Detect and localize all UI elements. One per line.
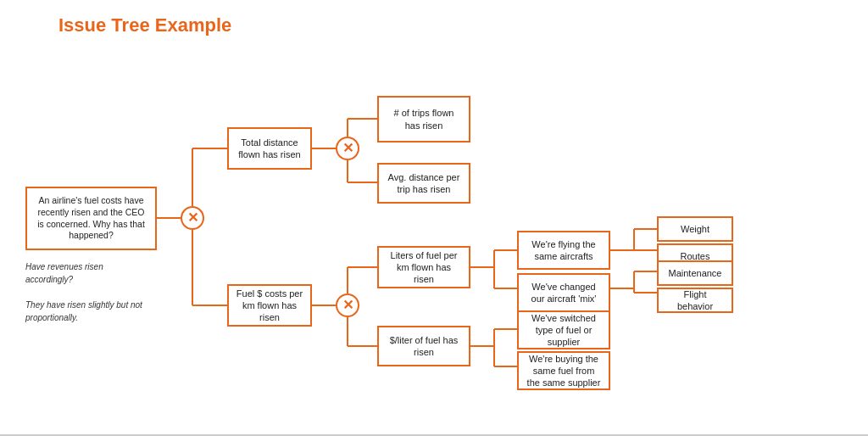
node-l1a: Total distance flown has risen (227, 127, 312, 170)
root-node: An airline's fuel costs have recently ri… (25, 187, 157, 250)
x-icon-root: ✕ (187, 211, 198, 225)
note: Have revenues risen accordingly? They ha… (25, 260, 153, 324)
node-l2c: Liters of fuel per km flown has risen (377, 246, 470, 288)
x-icon-l1b: ✕ (342, 299, 353, 312)
circle-l1b: ✕ (336, 293, 359, 317)
circle-root: ✕ (181, 206, 204, 230)
node-l1b: Fuel $ costs per km flown has risen (227, 284, 312, 327)
page: Issue Tree Example (0, 0, 868, 436)
node-l2d: $/liter of fuel has risen (377, 326, 470, 366)
node-l3a: We're flying the same aircrafts (517, 231, 610, 270)
node-l3c: We've switched type of fuel or supplier (517, 310, 610, 349)
x-icon-l1a: ✕ (342, 142, 353, 155)
node-l3d: We're buying the same fuel from the same… (517, 351, 610, 390)
node-l2b: Avg. distance per trip has risen (377, 163, 470, 204)
node-l4c: Maintenance (657, 260, 733, 286)
node-l3b: We've changed our aircraft 'mix' (517, 273, 610, 312)
node-l4a: Weight (657, 216, 733, 242)
node-l4d: Flight behavior (657, 288, 733, 313)
node-l2a: # of trips flown has risen (377, 96, 470, 143)
page-title: Issue Tree Example (58, 14, 231, 36)
circle-l1a: ✕ (336, 137, 359, 160)
